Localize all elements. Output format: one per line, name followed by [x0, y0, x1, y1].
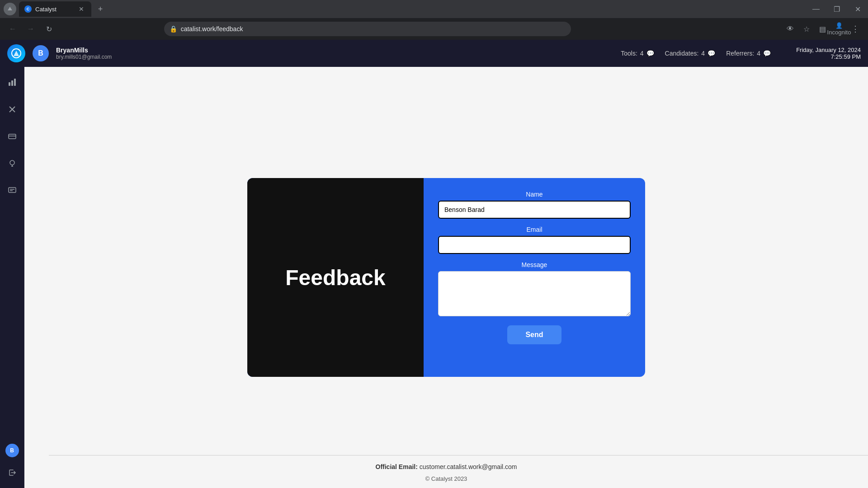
tab-close-button[interactable]: ✕: [77, 5, 86, 14]
message-textarea[interactable]: [438, 271, 631, 316]
window-controls: — ❐ ✕: [806, 0, 868, 18]
header-stats: Tools: 4 💬 Candidates: 4 💬 Referrers: 4 …: [621, 50, 771, 57]
app-body: B Feedback Name Email: [0, 67, 868, 488]
sidebar-item-card[interactable]: [4, 128, 20, 145]
footer-email-label: Official Email: customer.catalist.work@g…: [376, 463, 517, 470]
email-group: Email: [438, 226, 631, 254]
referrers-count: 4: [757, 50, 760, 57]
user-info: BryanMills bry.mills01@gmail.com: [56, 47, 112, 60]
feedback-card: Feedback Name Email Message Send: [247, 178, 645, 377]
new-tab-button[interactable]: +: [94, 3, 107, 15]
name-input[interactable]: [438, 201, 631, 219]
referrers-stat: Referrers: 4 💬: [726, 50, 771, 57]
address-bar-actions: 👁 ☆ ▤ 👤 Incognito ⋮: [783, 22, 863, 36]
candidates-count: 4: [701, 50, 705, 57]
header-time: 7:25:59 PM: [796, 53, 861, 60]
tab-title-text: Catalyst: [35, 6, 73, 13]
tools-stat: Tools: 4 💬: [621, 50, 654, 57]
svg-rect-12: [9, 188, 16, 192]
sidebar-logout-icon[interactable]: [4, 465, 20, 481]
main-content: Feedback Name Email Message Send: [24, 67, 868, 488]
sidebar-bottom: B: [4, 444, 20, 481]
referrers-icon: 💬: [763, 50, 771, 57]
user-avatar[interactable]: B: [33, 45, 49, 61]
referrers-label: Referrers:: [726, 50, 754, 57]
refresh-button[interactable]: ↻: [42, 22, 56, 36]
sidebar-item-chart[interactable]: [4, 74, 20, 90]
tools-icon: 💬: [646, 50, 654, 57]
header-datetime: Friday, January 12, 2024 7:25:59 PM: [796, 47, 861, 60]
user-email: bry.mills01@gmail.com: [56, 54, 112, 60]
tab-group-button[interactable]: [4, 3, 16, 15]
svg-rect-2: [9, 82, 10, 86]
forward-button[interactable]: →: [24, 22, 38, 36]
app-logo: [7, 44, 25, 62]
more-options-icon[interactable]: ⋮: [848, 22, 863, 36]
close-button[interactable]: ✕: [847, 0, 868, 18]
svg-rect-7: [9, 134, 16, 139]
bookmark-icon[interactable]: ☆: [799, 22, 814, 36]
sidebar: B: [0, 67, 24, 488]
sidebar-item-bulb[interactable]: [4, 155, 20, 172]
maximize-button[interactable]: ❐: [826, 0, 847, 18]
sidebar-user-avatar[interactable]: B: [5, 444, 19, 457]
app-header: B BryanMills bry.mills01@gmail.com Tools…: [0, 40, 868, 67]
candidates-stat: Candidates: 4 💬: [665, 50, 716, 57]
tab-favicon: C: [24, 5, 32, 13]
page-footer: Official Email: customer.catalist.work@g…: [24, 455, 868, 488]
incognito-icon[interactable]: 👤 Incognito: [832, 22, 846, 36]
sidebar-item-tools[interactable]: [4, 101, 20, 117]
email-input[interactable]: [438, 236, 631, 254]
tab-bar: C Catalyst ✕ + — ❐ ✕: [0, 0, 868, 18]
send-button[interactable]: Send: [507, 325, 561, 344]
name-group: Name: [438, 191, 631, 219]
candidates-icon: 💬: [708, 50, 715, 57]
tools-label: Tools:: [621, 50, 637, 57]
message-label: Message: [438, 261, 631, 268]
browser-chrome: C Catalyst ✕ + — ❐ ✕ ← → ↻ 🔒 catalist.wo…: [0, 0, 868, 40]
eye-off-icon[interactable]: 👁: [783, 22, 797, 36]
address-bar[interactable]: 🔒 catalist.work/feedback: [164, 22, 571, 36]
candidates-label: Candidates:: [665, 50, 699, 57]
svg-rect-4: [14, 79, 16, 86]
header-date: Friday, January 12, 2024: [796, 47, 861, 53]
feedback-form: Name Email Message Send: [424, 178, 645, 377]
active-tab[interactable]: C Catalyst ✕: [19, 1, 91, 17]
name-label: Name: [438, 191, 631, 198]
message-group: Message: [438, 261, 631, 316]
minimize-button[interactable]: —: [806, 0, 826, 18]
svg-marker-0: [8, 7, 12, 10]
sidebar-item-chat[interactable]: [4, 183, 20, 199]
user-name: BryanMills: [56, 47, 112, 54]
address-text: catalist.work/feedback: [181, 25, 566, 33]
feedback-title: Feedback: [285, 265, 385, 290]
address-bar-row: ← → ↻ 🔒 catalist.work/feedback 👁 ☆ ▤ 👤 I…: [0, 18, 868, 40]
lock-icon: 🔒: [170, 25, 177, 33]
footer-copyright: © Catalyst 2023: [425, 475, 467, 482]
feedback-left-panel: Feedback: [247, 178, 424, 377]
email-label: Email: [438, 226, 631, 233]
back-button[interactable]: ←: [5, 22, 20, 36]
svg-point-9: [10, 160, 14, 165]
tools-count: 4: [640, 50, 644, 57]
svg-rect-3: [11, 80, 13, 86]
